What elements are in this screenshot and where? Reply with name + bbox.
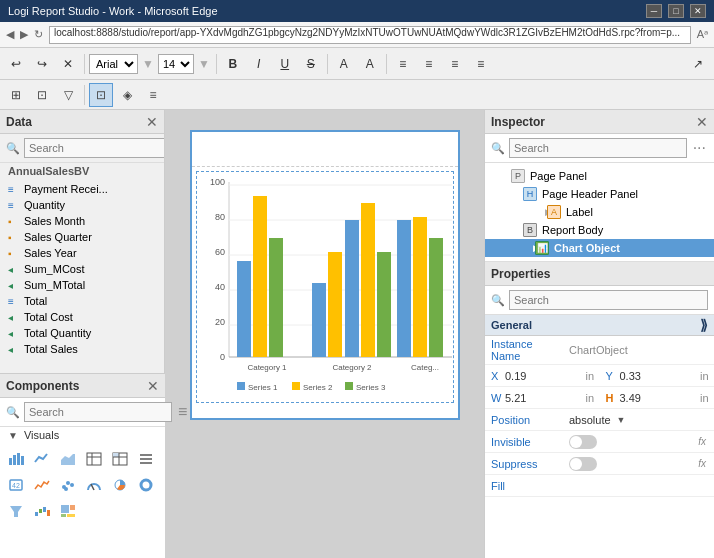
svg-point-24 — [144, 483, 149, 488]
general-section-header[interactable]: General ⟫ — [485, 315, 714, 336]
list-icon[interactable] — [134, 447, 158, 471]
list-item[interactable]: ◂ Total Cost — [0, 309, 164, 325]
chart-container[interactable]: 100 80 60 40 20 0 — [192, 167, 458, 407]
svg-rect-33 — [67, 514, 75, 517]
fill-color-button[interactable]: A — [332, 52, 356, 76]
svg-text:Series 3: Series 3 — [356, 383, 386, 392]
back-icon[interactable]: ◀ — [6, 28, 14, 41]
properties-search-box: 🔍 — [485, 286, 714, 315]
chart-view-button[interactable]: ◈ — [115, 83, 139, 107]
font-color-button[interactable]: A — [358, 52, 382, 76]
tree-item-page-panel[interactable]: ▼ P Page Panel — [485, 167, 714, 185]
funnel-icon[interactable] — [4, 499, 28, 523]
invisible-toggle[interactable] — [569, 435, 597, 449]
close-button[interactable]: ✕ — [690, 4, 706, 18]
minimize-button[interactable]: ─ — [646, 4, 662, 18]
sparkline-icon[interactable] — [30, 473, 54, 497]
label-icon: A — [547, 205, 561, 219]
pie-chart-icon[interactable] — [108, 473, 132, 497]
list-item[interactable]: ◂ Sum_MCost — [0, 261, 164, 277]
tree-item-label[interactable]: ▶ A Label — [485, 203, 714, 221]
align-left-button[interactable]: ≡ — [391, 52, 415, 76]
list-item[interactable]: ≡ Payment Recei... — [0, 181, 164, 197]
tree-item-chart-object[interactable]: ▶ 📊 Chart Object — [485, 239, 714, 257]
table-view-button[interactable]: ⊞ — [4, 83, 28, 107]
data-tree: ≡ Payment Recei... ≡ Quantity ▪ Sales Mo… — [0, 179, 164, 373]
bar-chart-icon[interactable] — [4, 447, 28, 471]
bold-button[interactable]: B — [221, 52, 245, 76]
svg-rect-1 — [13, 455, 16, 465]
suppress-toggle[interactable] — [569, 457, 597, 471]
gauge-icon[interactable] — [82, 473, 106, 497]
position-value: absolute — [569, 414, 611, 426]
reader-icon[interactable]: Aᵃ — [697, 28, 708, 41]
components-search-input[interactable] — [24, 402, 172, 422]
redo-button[interactable]: ↪ — [30, 52, 54, 76]
list-item[interactable]: ≡ Total — [0, 293, 164, 309]
pivot-view-button[interactable]: ⊡ — [30, 83, 54, 107]
x-value[interactable]: 0.19 — [501, 368, 584, 384]
metric-icon: ◂ — [8, 264, 20, 275]
maximize-button[interactable]: □ — [668, 4, 684, 18]
font-size-select[interactable]: 14 — [158, 54, 194, 74]
area-chart-icon[interactable] — [56, 447, 80, 471]
donut-icon[interactable] — [134, 473, 158, 497]
invisible-label: Invisible — [485, 434, 565, 450]
italic-button[interactable]: I — [247, 52, 271, 76]
w-value[interactable]: 5.21 — [501, 390, 584, 406]
scatter-icon[interactable] — [56, 473, 80, 497]
crosstab-icon[interactable] — [108, 447, 132, 471]
suppress-fx-button[interactable]: fx — [694, 458, 710, 469]
svg-rect-63 — [292, 382, 300, 390]
waterfall-icon[interactable] — [30, 499, 54, 523]
refresh-icon[interactable]: ↻ — [34, 28, 43, 41]
align-center-button[interactable]: ≡ — [417, 52, 441, 76]
components-panel-title: Components — [6, 379, 79, 393]
list-item[interactable]: ▪ Sales Quarter — [0, 229, 164, 245]
strikethrough-button[interactable]: S — [299, 52, 323, 76]
data-panel-close[interactable]: ✕ — [146, 114, 158, 130]
list-view-button[interactable]: ≡ — [141, 83, 165, 107]
data-search-input[interactable] — [24, 138, 165, 158]
fill-label: Fill — [485, 478, 565, 494]
url-input[interactable]: localhost:8888/studio/report/app-YXdvMgd… — [49, 26, 691, 44]
list-item[interactable]: ▪ Sales Year — [0, 245, 164, 261]
inspector-close[interactable]: ✕ — [696, 114, 708, 130]
y-value[interactable]: 0.33 — [616, 368, 699, 384]
list-item[interactable]: ▪ Sales Month — [0, 213, 164, 229]
treemap-icon[interactable] — [56, 499, 80, 523]
align-justify-button[interactable]: ≡ — [469, 52, 493, 76]
table-icon[interactable] — [82, 447, 106, 471]
list-item[interactable]: ◂ Sum_MTotal — [0, 277, 164, 293]
window-controls: ─ □ ✕ — [646, 4, 706, 18]
export-button[interactable]: ↗ — [686, 52, 710, 76]
tree-item-report-body[interactable]: ▼ B Report Body — [485, 221, 714, 239]
underline-button[interactable]: U — [273, 52, 297, 76]
h-value[interactable]: 3.49 — [616, 390, 699, 406]
list-item[interactable]: ◂ Total Quantity — [0, 325, 164, 341]
collapse-icon[interactable]: ⟫ — [700, 317, 708, 333]
position-dropdown[interactable]: absolute ▼ — [565, 412, 714, 428]
grid-view-button[interactable]: ⊡ — [89, 83, 113, 107]
forward-icon[interactable]: ▶ — [20, 28, 28, 41]
kpi-icon[interactable]: 42 — [4, 473, 28, 497]
filter-button[interactable]: ▽ — [56, 83, 80, 107]
dropdown-arrow-icon: ▼ — [617, 415, 626, 425]
tree-item-page-header[interactable]: ▼ H Page Header Panel — [485, 185, 714, 203]
components-panel-close[interactable]: ✕ — [147, 378, 159, 394]
invisible-fx-button[interactable]: fx — [694, 436, 710, 447]
properties-search-input[interactable] — [509, 290, 708, 310]
inspector-search-input[interactable] — [509, 138, 687, 158]
svg-rect-55 — [397, 220, 411, 357]
undo-button[interactable]: ↩ — [4, 52, 28, 76]
inspector-more-button[interactable]: ··· — [691, 139, 708, 157]
list-item[interactable]: ◂ Total Sales — [0, 341, 164, 357]
align-right-button[interactable]: ≡ — [443, 52, 467, 76]
list-item[interactable]: ≡ Quantity — [0, 197, 164, 213]
suppress-label: Suppress — [485, 456, 565, 472]
line-chart-icon[interactable] — [30, 447, 54, 471]
data-search-icon: 🔍 — [6, 142, 20, 155]
delete-button[interactable]: ✕ — [56, 52, 80, 76]
components-more-button[interactable]: ≡ — [176, 403, 189, 421]
font-family-select[interactable]: Arial — [89, 54, 138, 74]
